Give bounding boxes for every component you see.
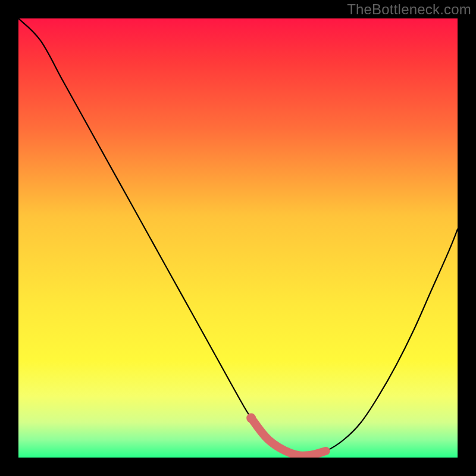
plot-area [18,18,458,458]
highlight-dot [246,414,256,423]
chart-frame: TheBottleneck.com [0,0,476,476]
curves-overlay [18,18,458,458]
bottleneck-curve [18,18,458,456]
watermark-text: TheBottleneck.com [347,1,471,18]
highlight-band [251,418,325,456]
